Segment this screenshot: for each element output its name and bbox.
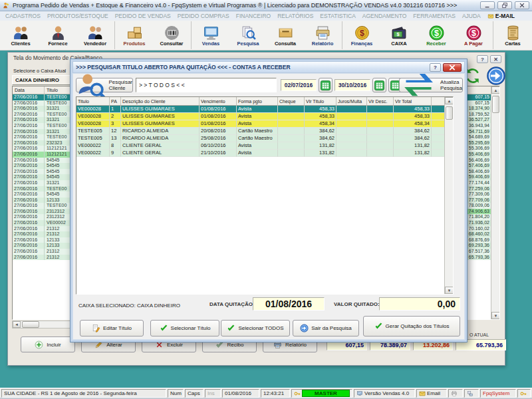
cell-juros-multa bbox=[336, 142, 367, 150]
menu-item-ferramentas[interactable]: FERRAMENTAS bbox=[410, 13, 459, 19]
column-header-vlr-total[interactable]: Vlr Total bbox=[394, 97, 432, 106]
toolbar-a-pagar-button[interactable]: $A Pagar bbox=[455, 21, 492, 49]
cell-vlr-total: 131,82 bbox=[394, 142, 432, 150]
table-row[interactable]: VE0000228CLIENTE GERAL06/10/2016Avista13… bbox=[76, 142, 453, 150]
toolbar-produtos-button[interactable]: Produtos bbox=[116, 21, 153, 49]
valor-quitado-field: 0,00 bbox=[379, 297, 460, 311]
data-quitacao-field[interactable]: 01/08/2016 bbox=[253, 297, 325, 311]
button-label: Sair da Pesquisa bbox=[311, 325, 351, 331]
exit-movement-icon[interactable] bbox=[486, 66, 506, 86]
column-header-cheque[interactable]: Cheque bbox=[278, 97, 305, 106]
button-label: Selecionar Título bbox=[171, 325, 211, 331]
toolbar-group: CartasAgendaSuporte bbox=[493, 21, 532, 49]
cell-pa: 12 bbox=[110, 128, 121, 135]
cell-date: 27/06/2016 bbox=[13, 226, 45, 232]
date-from-field[interactable]: 02/07/2016 bbox=[281, 79, 317, 91]
key-icon bbox=[520, 390, 527, 397]
selecionar-t-tulo-button[interactable]: Selecionar Título bbox=[150, 320, 219, 336]
incluir-button[interactable]: Incluir bbox=[21, 336, 75, 352]
menu-item-relat-rios[interactable]: RELATÓRIOS bbox=[274, 13, 317, 19]
menu-item-cadastros[interactable]: CADASTROS bbox=[2, 13, 44, 19]
titles-vscrollbar[interactable]: ▲ ▼ bbox=[444, 97, 453, 294]
scroll-down-icon[interactable]: ▼ bbox=[491, 312, 500, 319]
scroll-thumb[interactable] bbox=[446, 106, 453, 120]
column-header-vencimento[interactable]: Vencimento bbox=[200, 97, 237, 106]
menu-item-e-mail[interactable]: E-MAIL bbox=[484, 13, 518, 19]
toolbar-consultar-button[interactable]: Consultar bbox=[153, 21, 190, 49]
toolbar-receber-button[interactable]: $Receber bbox=[418, 21, 455, 49]
column-header-pa[interactable]: PA bbox=[110, 97, 121, 106]
movement-vscrollbar[interactable]: ▲ ▼ bbox=[491, 86, 499, 319]
selecionar-todos-button[interactable]: Selecionar TODOS bbox=[221, 320, 290, 336]
movement-help-button[interactable]: ? bbox=[477, 55, 488, 63]
toolbar-clientes-button[interactable]: Clientes bbox=[2, 21, 39, 49]
sair-da-pesquisa-button[interactable]: Sair da Pesquisa bbox=[293, 320, 359, 336]
toolbar-caixa-button[interactable]: $CAIXA bbox=[380, 21, 418, 49]
dialog-title: >>> PESQUISAR TITULO ABERTO PARA QUITAÇÃ… bbox=[76, 64, 430, 70]
scroll-left-icon[interactable]: ◄ bbox=[13, 321, 21, 328]
cell-date: 27/06/2016 bbox=[13, 237, 45, 243]
dialog-close-button[interactable] bbox=[443, 63, 462, 72]
cell-date: 27/06/2016 bbox=[13, 117, 45, 123]
toolbar-button-label: A Pagar bbox=[464, 41, 483, 47]
toolbar-vendas-button[interactable]: Vendas bbox=[192, 21, 229, 49]
column-header-forma-pgto[interactable]: Forma pgto bbox=[237, 97, 278, 106]
table-row[interactable]: TESTE00513RICARDO ALMEIDA25/08/2016Cartã… bbox=[76, 135, 453, 142]
table-row[interactable]: VE0000281ULISSES GUIMARAES01/08/2016Avis… bbox=[76, 106, 453, 113]
movement-close-button[interactable]: ✕ bbox=[490, 55, 501, 63]
cell-vencimento: 25/08/2016 bbox=[200, 135, 237, 142]
table-row[interactable]: VE0000283ULISSES GUIMARAES01/08/2016Avis… bbox=[76, 120, 453, 128]
saldo-atual-label: O ATUAL bbox=[469, 332, 489, 337]
column-header-vlr-titulo[interactable]: Vlr Titulo bbox=[305, 97, 336, 106]
toolbar-vendedor-button[interactable]: Vendedor bbox=[76, 21, 114, 49]
cell-juros-multa bbox=[336, 135, 367, 142]
menu-item-agendamento[interactable]: AGENDAMENTO bbox=[359, 13, 410, 19]
column-header-vlr-desc[interactable]: Vlr Desc. bbox=[367, 97, 394, 106]
editar-t-tulo-button[interactable]: Editar Título bbox=[80, 320, 144, 336]
svg-text:$: $ bbox=[396, 31, 399, 37]
menu-item-financeiro[interactable]: FINANCEIRO bbox=[233, 13, 274, 19]
scroll-thumb[interactable] bbox=[22, 321, 39, 328]
calendar-from-button[interactable] bbox=[319, 78, 332, 92]
edit-icon bbox=[92, 324, 100, 332]
search-person-icon bbox=[76, 70, 106, 100]
menu-item-produtos-estoque[interactable]: PRODUTOS/ESTOQUE bbox=[44, 13, 112, 19]
menu-item-pedido-compras[interactable]: PEDIDO COMPRAS bbox=[174, 13, 233, 19]
cell-cheque bbox=[278, 128, 305, 135]
calendar-to-button[interactable] bbox=[372, 78, 386, 92]
atualiza-pesquisa-button[interactable]: Atualiza Pesquisa bbox=[399, 78, 463, 92]
close-button[interactable] bbox=[515, 1, 529, 9]
toolbar-finan-as-button[interactable]: $Finanças bbox=[343, 21, 380, 49]
toolbar-consulta-button[interactable]: Consulta bbox=[267, 21, 304, 49]
cell-vencimento: 01/08/2016 bbox=[200, 106, 237, 113]
titles-table: TituloPADescrição do ClienteVencimentoFo… bbox=[76, 96, 454, 295]
menu-item-pedido-de-vendas[interactable]: PEDIDO DE VENDAS bbox=[112, 13, 174, 19]
column-header-descri-o-do-cliente[interactable]: Descrição do Cliente bbox=[121, 97, 200, 106]
scroll-thumb[interactable] bbox=[492, 96, 499, 113]
date-to-field[interactable]: 30/10/2016 bbox=[334, 79, 370, 91]
column-header-titulo[interactable]: Titulo bbox=[76, 97, 110, 106]
gerar-quita-o-dos-t-tulos-button[interactable]: Gerar Quitação dos Títulos bbox=[363, 316, 460, 336]
column-header-juros-multa[interactable]: Juros/Multa bbox=[336, 97, 367, 106]
minimize-button[interactable] bbox=[480, 1, 495, 9]
table-row[interactable]: TESTE00512RICARDO ALMEIDA20/08/2016Cartã… bbox=[76, 128, 453, 135]
cell-date: 27/06/2016 bbox=[13, 255, 45, 261]
toolbar-pesquisa-button[interactable]: Pesquisa bbox=[229, 21, 267, 49]
toolbar-fornece-button[interactable]: Fornece bbox=[39, 21, 76, 49]
table-row[interactable]: VE0000229CLIENTE GERAL21/10/2016Avista13… bbox=[76, 150, 453, 157]
menu-item-estatistica[interactable]: ESTATISTICA bbox=[317, 13, 359, 19]
toolbar-cartas-button[interactable]: Cartas bbox=[494, 21, 531, 49]
menu-item-ajuda[interactable]: AJUDA bbox=[459, 13, 484, 19]
scroll-up-icon[interactable]: ▲ bbox=[445, 97, 454, 104]
pesquisar-cliente-button[interactable]: Pesquisar Cliente bbox=[76, 78, 133, 92]
restore-button[interactable] bbox=[497, 1, 512, 9]
search-input[interactable] bbox=[136, 78, 277, 92]
table-row[interactable]: VE0000282ULISSES GUIMARAES01/08/2016Avis… bbox=[76, 113, 453, 120]
cell-date: 27/06/2016 bbox=[13, 106, 45, 112]
titles-table-header: TituloPADescrição do ClienteVencimentoFo… bbox=[76, 97, 453, 106]
scroll-up-icon[interactable]: ▲ bbox=[491, 86, 500, 94]
column-header-data[interactable]: Data bbox=[13, 86, 45, 94]
status-panel-location-date: SUA CIDADE - RS 1 de Agosto de 2016 - Se… bbox=[1, 389, 166, 398]
scroll-down-icon[interactable]: ▼ bbox=[445, 287, 454, 294]
toolbar-relat-rio-button[interactable]: Relatório bbox=[304, 21, 341, 49]
